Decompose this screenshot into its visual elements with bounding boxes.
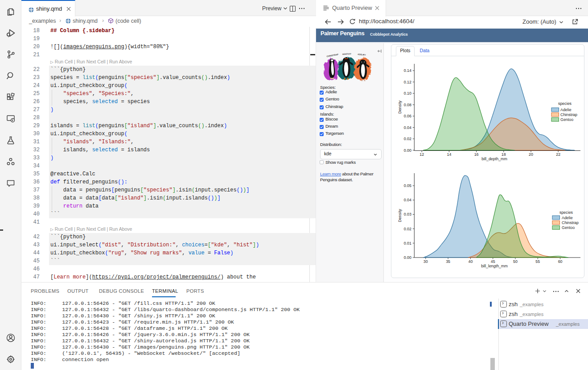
svg-text:0.10: 0.10 bbox=[404, 91, 411, 96]
svg-text:Density: Density bbox=[398, 100, 402, 114]
svg-text:0.02: 0.02 bbox=[404, 227, 411, 231]
svg-text:Gentoo: Gentoo bbox=[562, 225, 575, 230]
svg-text:40: 40 bbox=[468, 259, 473, 264]
svg-text:Adelie: Adelie bbox=[562, 216, 573, 220]
svg-text:Gentoo: Gentoo bbox=[560, 117, 573, 122]
svg-text:0.04: 0.04 bbox=[404, 125, 411, 130]
svg-text:species: species bbox=[558, 101, 572, 106]
svg-text:0.00: 0.00 bbox=[404, 255, 411, 260]
svg-text:Chinstrap: Chinstrap bbox=[562, 220, 579, 225]
svg-text:45: 45 bbox=[491, 259, 495, 264]
svg-text:ADELIE!!: ADELIE!! bbox=[358, 53, 366, 56]
svg-text:12: 12 bbox=[419, 152, 424, 157]
svg-text:18: 18 bbox=[502, 152, 506, 157]
svg-text:0.12: 0.12 bbox=[404, 80, 411, 84]
svg-text:60: 60 bbox=[558, 259, 563, 264]
svg-text:Chinstrap: Chinstrap bbox=[560, 112, 577, 117]
svg-text:Density: Density bbox=[398, 209, 402, 222]
svg-text:50: 50 bbox=[513, 259, 518, 264]
svg-text:bill_length_mm: bill_length_mm bbox=[481, 264, 508, 268]
svg-text:30: 30 bbox=[424, 259, 428, 264]
svg-text:0.04: 0.04 bbox=[404, 198, 411, 202]
svg-text:species: species bbox=[559, 210, 573, 215]
svg-text:0.03: 0.03 bbox=[404, 212, 411, 216]
svg-text:14: 14 bbox=[447, 152, 451, 157]
svg-text:22: 22 bbox=[556, 152, 560, 157]
svg-text:20: 20 bbox=[529, 152, 533, 157]
svg-text:0.05: 0.05 bbox=[404, 183, 411, 188]
svg-text:0.14: 0.14 bbox=[404, 68, 411, 73]
svg-text:16: 16 bbox=[474, 152, 479, 157]
svg-text:GENTOO!: GENTOO! bbox=[342, 53, 352, 55]
svg-text:Adelie: Adelie bbox=[560, 108, 572, 112]
svg-text:55: 55 bbox=[535, 259, 540, 264]
svg-text:0.02: 0.02 bbox=[404, 137, 411, 141]
svg-text:35: 35 bbox=[446, 259, 450, 264]
svg-text:0.06: 0.06 bbox=[404, 114, 411, 118]
svg-text:bill_depth_mm: bill_depth_mm bbox=[481, 157, 507, 161]
svg-text:0.08: 0.08 bbox=[404, 103, 411, 107]
svg-text:0.00: 0.00 bbox=[404, 148, 411, 153]
svg-text:0.01: 0.01 bbox=[404, 241, 411, 245]
svg-text:CHINSTRAP: CHINSTRAP bbox=[326, 53, 338, 58]
